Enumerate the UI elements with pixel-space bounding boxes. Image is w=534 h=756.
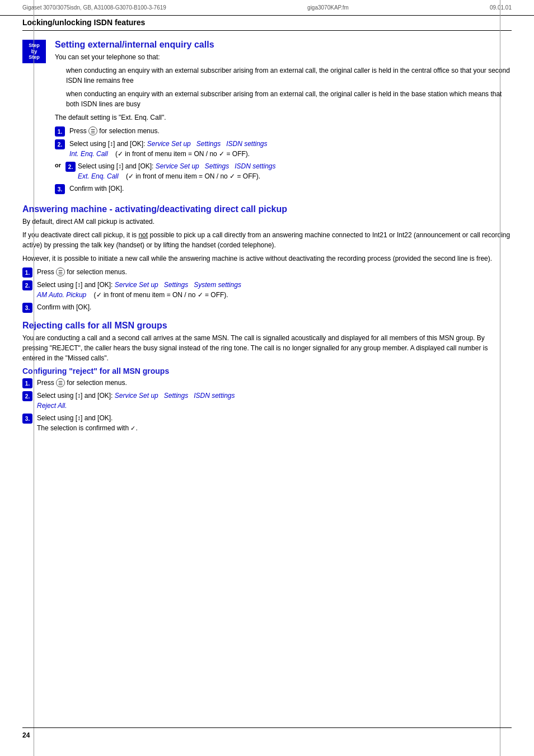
step-num-2-enquiry: 2. [55, 139, 65, 149]
margin-line-right [500, 0, 500, 756]
block-answering-machine: Answering machine - activating/deactivat… [22, 204, 512, 313]
section-title: Locking/unlocking ISDN features [22, 18, 145, 27]
step-text-1-enquiry: Press ☰ for selection menus. [69, 126, 512, 136]
header: Gigaset 3070/3075isdn, GB, A31008-G3070-… [0, 0, 534, 16]
step-text-3-enquiry: Confirm with [OK]. [69, 184, 512, 194]
menu-icon-1: ☰ [88, 126, 97, 135]
step-text-3-am: Confirm with [OK]. [37, 302, 512, 312]
step-text-1-am: Press ☰ for selection menus. [37, 267, 512, 277]
section-title-bar: Locking/unlocking ISDN features [0, 16, 534, 27]
heading-answering-machine: Answering machine - activating/deactivat… [22, 204, 512, 214]
link-isdn-reject: ISDN settings [194, 392, 235, 400]
step-text-2-reject: Select using [↕] and [OK]: Service Set u… [37, 391, 512, 411]
link-isdn-1: ISDN settings [226, 140, 267, 148]
header-center: giga3070KAP.fm [307, 4, 349, 11]
main-content: Step by Step Setting external/internal e… [0, 40, 534, 433]
tick-symbol: ✓ [130, 425, 135, 431]
heading-rejecting-calls: Rejecting calls for all MSN groups [22, 321, 512, 331]
link-settings-am: Settings [164, 281, 188, 289]
heading-setting-enquiry: Setting external/internal enquiry calls [55, 40, 512, 50]
step-row-3-enquiry: 3. Confirm with [OK]. [55, 184, 512, 194]
text-col-enquiry: Setting external/internal enquiry calls … [55, 40, 512, 196]
step-num-1-am: 1. [22, 267, 32, 278]
link-service-setup-reject: Service Set up [115, 392, 158, 400]
margin-line-left [34, 0, 34, 756]
section-rule [22, 30, 512, 31]
step-row-1-reject: 1. Press ☰ for selection menus. [22, 378, 512, 388]
step-row-2-reject: 2. Select using [↕] and [OK]: Service Se… [22, 391, 512, 411]
footer-rule [22, 727, 512, 728]
link-service-setup-am: Service Set up [115, 281, 158, 289]
header-right: 09.01.01 [490, 4, 512, 11]
or-label: or [55, 162, 61, 168]
bullet-1-enquiry: when conducting an enquiry with an exter… [66, 65, 512, 86]
link-system-am: System settings [194, 281, 241, 289]
step-text-2-enquiry: Select using [↕] and [OK]: Service Set u… [69, 139, 512, 159]
step-badge: Step by Step [22, 40, 46, 63]
heading-config-reject: Configuring "reject" for all MSN groups [22, 367, 512, 375]
step-num-2-reject: 2. [22, 391, 32, 401]
step-text-2-am: Select using [↕] and [OK]: Service Set u… [37, 280, 512, 300]
intro-text-enquiry: You can set your telephone so that: [55, 52, 512, 62]
link-settings-reject: Settings [164, 392, 188, 400]
step-num-1-enquiry: 1. [55, 126, 65, 137]
link-service-setup-or: Service Set up [156, 162, 199, 170]
step-row-or-2-enquiry: or 2. Select using [↕] and [OK]: Service… [55, 161, 512, 181]
step-num-or2-enquiry: 2. [65, 162, 76, 172]
menu-icon-am-1: ☰ [56, 267, 65, 276]
step-text-1-reject: Press ☰ for selection menus. [37, 378, 512, 388]
body-am-1: If you deactivate direct call pickup, it… [22, 230, 512, 250]
body-reject: You are conducting a call and a second c… [22, 333, 512, 363]
link-service-setup-1: Service Set up [147, 140, 191, 148]
default-text-enquiry: The default setting is "Ext. Enq. Call". [55, 112, 512, 123]
link-reject-all: Reject All. [37, 402, 67, 410]
step-row-3-reject: 3. Select using [↕] and [OK]. The select… [22, 413, 512, 433]
link-settings-1: Settings [196, 140, 221, 148]
step-num-2-am: 2. [22, 280, 32, 290]
step-num-3-reject: 3. [22, 414, 32, 424]
link-isdn-or: ISDN settings [235, 162, 275, 170]
step-text-or2-enquiry: Select using [↕] and [OK]: Service Set u… [78, 161, 512, 181]
block-setting-enquiry: Step by Step Setting external/internal e… [22, 40, 512, 196]
intro-am: By default, direct AM call pickup is act… [22, 217, 512, 227]
step-row-2-am: 2. Select using [↕] and [OK]: Service Se… [22, 280, 512, 300]
step-text-3-reject: Select using [↕] and [OK]. The selection… [37, 413, 512, 433]
link-am-pickup: AM Auto. Pickup [37, 291, 86, 299]
step-num-1-reject: 1. [22, 378, 32, 388]
step-num-3-enquiry: 3. [55, 184, 65, 194]
link-ext-enq: Ext. Enq. Call [78, 172, 119, 180]
header-left: Gigaset 3070/3075isdn, GB, A31008-G3070-… [22, 4, 166, 11]
badge-col: Step by Step [22, 40, 46, 196]
block-rejecting-calls: Rejecting calls for all MSN groups You a… [22, 321, 512, 433]
step-row-1-am: 1. Press ☰ for selection menus. [22, 267, 512, 278]
step-num-3-am: 3. [22, 303, 32, 313]
step-row-2-enquiry: 2. Select using [↕] and [OK]: Service Se… [55, 139, 512, 159]
menu-icon-reject-1: ☰ [56, 378, 65, 387]
link-settings-or: Settings [205, 162, 229, 170]
link-int-enq: Int. Enq. Call [69, 150, 108, 158]
step-row-1-enquiry: 1. Press ☰ for selection menus. [55, 126, 512, 137]
page: Gigaset 3070/3075isdn, GB, A31008-G3070-… [0, 0, 534, 756]
bullet-2-enquiry: when conducting an enquiry with an exter… [66, 89, 512, 109]
body-am-2: However, it is possible to initiate a ne… [22, 253, 512, 264]
step-row-3-am: 3. Confirm with [OK]. [22, 302, 512, 313]
not-underline: not [138, 231, 148, 239]
page-number: 24 [22, 731, 30, 739]
